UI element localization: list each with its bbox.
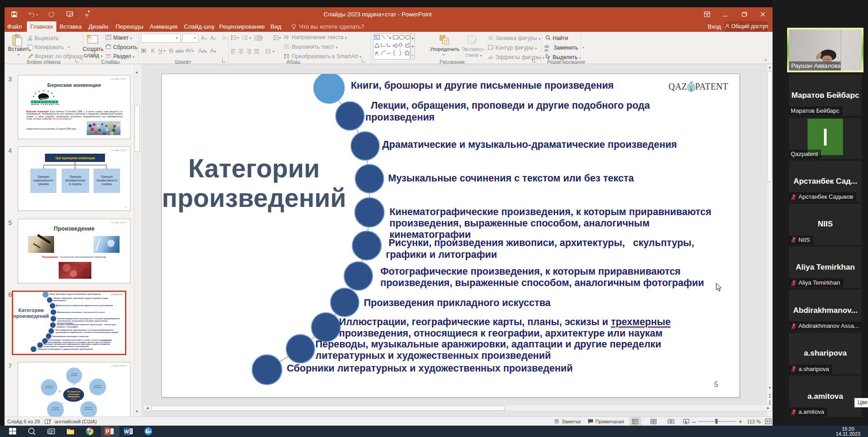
svg-text:BERN CONVENTION: BERN CONVENTION bbox=[31, 103, 59, 105]
svg-text:объектами: объектами bbox=[68, 393, 80, 396]
svg-text:A: A bbox=[222, 35, 226, 41]
svg-text:W: W bbox=[124, 429, 129, 434]
svg-text:а: а bbox=[287, 35, 289, 39]
svg-text:По важности: По важности bbox=[67, 391, 80, 393]
svg-text:права: права bbox=[70, 398, 77, 400]
svg-text:P: P bbox=[105, 428, 109, 435]
